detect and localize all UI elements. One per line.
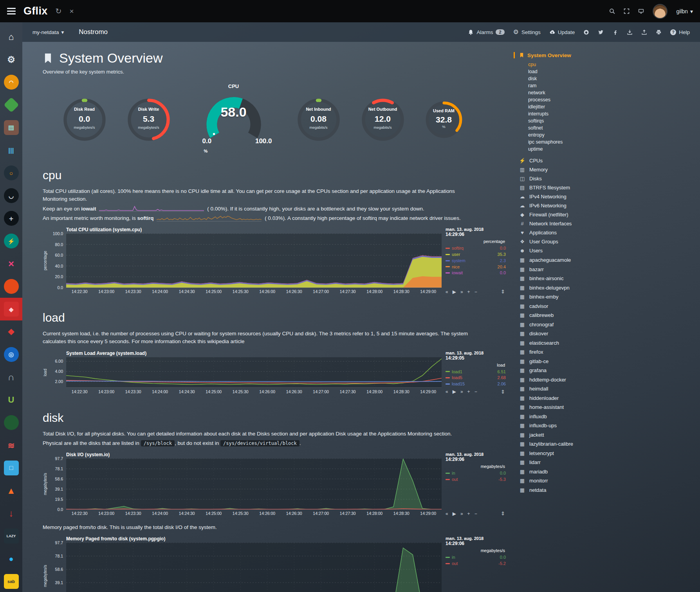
nav-system-overview[interactable]: System Overview (514, 52, 700, 58)
nav-container-item[interactable]: ▦ lidarr (519, 459, 700, 465)
chart-plot-area[interactable]: megabytes/s 0.019.539.158.678.197.7 (66, 543, 442, 592)
legend-item[interactable]: load5 2.68 (446, 375, 506, 381)
pan-left-button[interactable]: « (446, 289, 448, 295)
sidebar-app[interactable]: ❖ (0, 320, 22, 343)
nav-section-item[interactable]: ☻ Users (519, 248, 700, 254)
nav-section-item[interactable]: ☁ IPv6 Networking (519, 203, 700, 209)
chart-plot-area[interactable]: megabytes/s 0.019.539.158.678.197.7 (66, 459, 442, 509)
nav-container-item[interactable]: ▦ calibreweb (519, 312, 700, 318)
user-menu[interactable]: gilbn ▾ (676, 8, 693, 14)
sidebar-app[interactable]: ∩ (0, 366, 22, 389)
chart-plot-area[interactable]: percentage 0.020.040.060.080.0100.0 (66, 234, 442, 288)
legend-item[interactable]: load1 6.51 (446, 369, 506, 375)
search-icon[interactable] (609, 8, 615, 14)
sidebar-app[interactable]: ◠ (0, 71, 22, 94)
export-snapshot-icon[interactable] (627, 29, 633, 35)
twitter-icon[interactable] (598, 29, 604, 35)
play-button[interactable]: ▶ (453, 389, 456, 394)
resize-handle[interactable]: ⇕ (501, 289, 505, 295)
nav-container-item[interactable]: ▦ binhex-delugevpn (519, 285, 700, 291)
refresh-icon[interactable]: ↻ (56, 7, 62, 15)
sidebar-app[interactable]: □ (0, 457, 22, 479)
nav-section-item[interactable]: # Network Interfaces (519, 221, 700, 227)
sidebar-app[interactable] (0, 275, 22, 298)
legend-item[interactable]: in 0.0 (446, 470, 506, 476)
nav-container-item[interactable]: ▦ elasticsearch (519, 340, 700, 346)
disk-write-gauge[interactable]: Disk Write 5.3 megabytes/s (126, 97, 172, 143)
pan-left-button[interactable]: « (446, 511, 448, 516)
nav-section-item[interactable]: ☁ IPv4 Networking (519, 194, 700, 200)
nav-section-item[interactable]: ♥ Applications (519, 230, 700, 236)
zoom-out-button[interactable]: − (474, 289, 477, 295)
nav-section-item[interactable]: ▥ Memory (519, 167, 700, 173)
help-button[interactable]: ? Help (670, 29, 690, 35)
zoom-out-button[interactable]: − (474, 511, 477, 516)
sidebar-app[interactable] (0, 411, 22, 434)
nav-section-item[interactable]: ❖ User Groups (519, 239, 700, 245)
disk-read-gauge[interactable]: Disk Read 0.0 megabytes/s (61, 97, 108, 143)
zoom-in-button[interactable]: + (467, 289, 470, 295)
nav-section-item[interactable]: ▤ BTRFS filesystem (519, 185, 700, 191)
nav-container-item[interactable]: ▦ monitorr (519, 478, 700, 484)
nav-sub-item[interactable]: load (528, 69, 700, 74)
sidebar-app[interactable]: ⚙ (0, 48, 22, 71)
sidebar-app[interactable]: LAZY (0, 525, 22, 547)
facebook-icon[interactable] (612, 29, 618, 35)
zoom-in-button[interactable]: + (467, 511, 470, 516)
nav-container-item[interactable]: ▦ firefox (519, 349, 700, 355)
nav-container-item[interactable]: ▦ binhex-airsonic (519, 275, 700, 281)
nav-container-item[interactable]: ▦ mariadb (519, 469, 700, 475)
net-outbound-gauge[interactable]: Net Outbound 12.0 megabits/s (360, 97, 406, 143)
resize-handle[interactable]: ⇕ (501, 389, 505, 395)
nav-section-item[interactable]: ◫ Disks (519, 176, 700, 182)
legend-item[interactable]: softirq 0.0 (446, 245, 506, 251)
legend-item[interactable]: load15 2.06 (446, 381, 506, 387)
nav-sub-item[interactable]: softirqs (528, 118, 700, 124)
sidebar-app[interactable]: ◎ (0, 343, 22, 366)
nav-sub-item[interactable]: ram (528, 83, 700, 88)
legend-item[interactable]: iowait 0.0 (446, 270, 506, 276)
nav-container-item[interactable]: ▦ gitlab-ce (519, 358, 700, 364)
legend-item[interactable]: system 2.3 (446, 258, 506, 264)
fullscreen-icon[interactable] (624, 8, 630, 14)
zoom-in-button[interactable]: + (467, 389, 470, 394)
sidebar-app[interactable]: ○ (0, 162, 22, 184)
nav-sub-item[interactable]: idlejitter (528, 104, 700, 110)
nav-sub-item[interactable]: disk (528, 76, 700, 81)
softirq-sparkline[interactable] (157, 216, 262, 221)
sidebar-app[interactable]: ▤ (0, 116, 22, 139)
settings-button[interactable]: ⚙ Settings (513, 29, 541, 35)
github-icon[interactable] (583, 29, 589, 35)
sidebar-app[interactable]: ◆ (0, 298, 22, 320)
nav-container-item[interactable]: ▦ chronograf (519, 322, 700, 327)
nav-section-item[interactable]: ⚡ CPUs (519, 158, 700, 164)
legend-item[interactable]: user 35.3 (446, 252, 506, 257)
sidebar-app[interactable]: ≋ (0, 434, 22, 457)
sidebar-app[interactable]: ◡ (0, 184, 22, 207)
legend-item[interactable]: out -5.3 (446, 477, 506, 482)
iowait-sparkline[interactable] (99, 206, 204, 212)
nav-container-item[interactable]: ▦ cadvisor (519, 303, 700, 309)
net-inbound-gauge[interactable]: Net Inbound 0.08 megabits/s (296, 97, 342, 143)
nav-container-item[interactable]: ▦ heimdall (519, 386, 700, 392)
resize-handle[interactable]: ⇕ (501, 511, 505, 516)
sidebar-app[interactable]: ● (0, 547, 22, 570)
user-avatar[interactable] (653, 4, 668, 19)
hamburger-menu-icon[interactable] (7, 8, 16, 14)
server-dropdown[interactable]: my-netdata ▾ (32, 29, 64, 35)
nav-container-item[interactable]: ▦ bazarr (519, 266, 700, 272)
play-button[interactable]: ▶ (453, 511, 456, 516)
nav-container-item[interactable]: ▦ home-assistant (519, 404, 700, 410)
pan-right-button[interactable]: » (460, 289, 463, 295)
nav-container-item[interactable]: ▦ jackett (519, 432, 700, 438)
sidebar-app[interactable]: ↓ (0, 502, 22, 525)
sidebar-app[interactable]: U (0, 389, 22, 411)
legend-item[interactable]: out -5.2 (446, 561, 506, 567)
nav-container-item[interactable]: ▦ binhex-emby (519, 294, 700, 300)
nav-container-item[interactable]: ▦ influxdb (519, 414, 700, 419)
nav-sub-item[interactable]: entropy (528, 132, 700, 138)
used-ram-gauge[interactable]: Used RAM 32.8 % (424, 100, 464, 140)
nav-sub-item[interactable]: ipc semaphores (528, 139, 700, 145)
nav-container-item[interactable]: ▦ hddtemp-docker (519, 377, 700, 383)
update-button[interactable]: Update (549, 29, 575, 35)
